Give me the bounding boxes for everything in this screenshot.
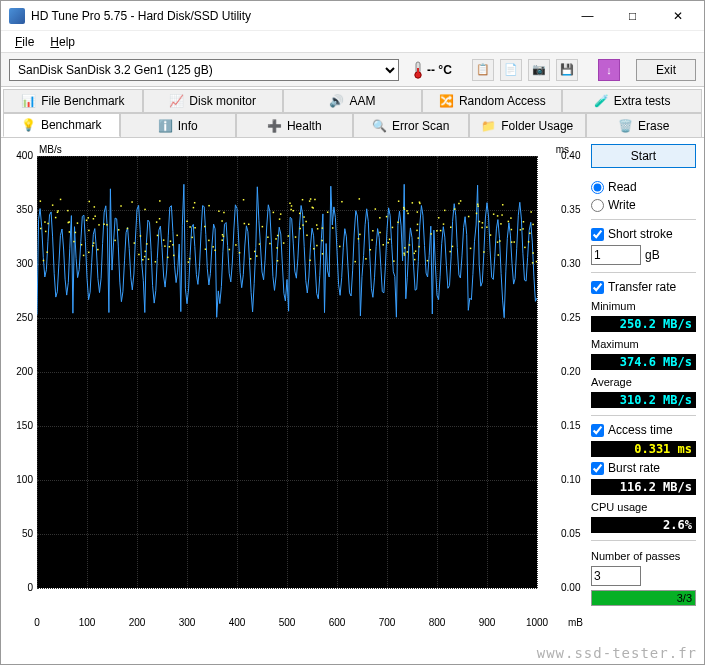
exit-button[interactable]: Exit [636,59,696,81]
tab-error-scan[interactable]: 🔍Error Scan [353,113,470,137]
passes-input[interactable] [591,566,641,586]
tab-file-benchmark[interactable]: 📊File Benchmark [3,89,143,113]
copy-info-button[interactable]: 📋 [472,59,494,81]
svg-rect-54 [490,234,492,236]
svg-rect-18 [302,224,304,226]
svg-rect-69 [244,223,246,225]
average-label: Average [591,376,696,388]
passes-label: Number of passes [591,550,696,562]
copy-screenshot-button[interactable]: 📄 [500,59,522,81]
svg-rect-90 [212,246,214,248]
svg-rect-15 [47,223,49,225]
window-title: HD Tune Pro 5.75 - Hard Disk/SSD Utility [31,9,565,23]
read-radio[interactable]: Read [591,180,696,194]
svg-rect-141 [532,252,534,254]
svg-rect-123 [146,243,148,245]
drive-select[interactable]: SanDisk SanDisk 3.2 Gen1 (125 gB) [9,59,399,81]
menu-file[interactable]: File [7,33,42,51]
start-button[interactable]: Start [591,144,696,168]
svg-rect-53 [142,259,144,261]
svg-rect-193 [269,243,271,245]
svg-rect-58 [40,228,42,230]
chart-area: MB/s ms mB 01002003004005006007008009001… [9,144,583,658]
random-access-icon: 🔀 [439,94,453,108]
svg-rect-77 [44,221,46,223]
tab-folder-usage[interactable]: 📁Folder Usage [469,113,586,137]
svg-rect-106 [172,244,174,246]
svg-rect-17 [508,221,510,223]
svg-rect-29 [186,221,188,223]
tab-benchmark[interactable]: 💡Benchmark [3,113,120,137]
svg-rect-200 [365,258,367,260]
short-stroke-value[interactable] [591,245,641,265]
burst-rate-checkbox[interactable]: Burst rate [591,461,696,475]
tab-erase[interactable]: 🗑️Erase [586,113,703,137]
svg-rect-195 [403,253,405,255]
svg-rect-124 [417,211,419,213]
svg-rect-31 [302,199,304,201]
svg-rect-65 [486,226,488,228]
svg-rect-212 [295,236,297,238]
menu-help[interactable]: Help [42,33,83,51]
access-time-checkbox[interactable]: Access time [591,423,696,437]
close-button[interactable]: ✕ [655,2,700,30]
svg-rect-206 [387,242,389,244]
screenshot-button[interactable]: 📷 [528,59,550,81]
svg-rect-169 [214,250,216,252]
options-button[interactable]: ↓ [598,59,620,81]
transfer-rate-checkbox[interactable]: Transfer rate [591,280,696,294]
burst-rate-value: 116.2 MB/s [591,479,696,495]
svg-rect-9 [204,226,206,228]
svg-rect-198 [443,223,445,225]
svg-rect-19 [470,248,472,250]
tab-random-access[interactable]: 🔀Random Access [422,89,562,113]
svg-rect-205 [427,260,429,262]
svg-rect-95 [114,240,116,242]
svg-rect-118 [140,235,142,237]
svg-rect-76 [430,233,432,235]
svg-rect-155 [68,222,70,224]
svg-rect-166 [223,212,225,214]
save-button[interactable]: 💾 [556,59,578,81]
svg-rect-219 [497,215,499,217]
tab-disk-monitor[interactable]: 📈Disk monitor [143,89,283,113]
minimum-value: 250.2 MB/s [591,316,696,332]
svg-rect-57 [92,245,94,247]
tab-extra-tests[interactable]: 🧪Extra tests [562,89,702,113]
y-left-label: MB/s [39,144,62,155]
progress-text: 3/3 [677,591,692,605]
svg-rect-86 [94,206,96,208]
svg-rect-117 [55,217,57,219]
svg-rect-171 [313,248,315,250]
svg-rect-192 [144,209,146,211]
minimize-button[interactable]: ― [565,2,610,30]
tab-info[interactable]: ℹ️Info [120,113,237,137]
tabs: 📊File Benchmark 📈Disk monitor 🔊AAM 🔀Rand… [1,87,704,137]
svg-rect-73 [193,207,195,209]
maximum-label: Maximum [591,338,696,350]
svg-rect-131 [398,200,400,202]
write-radio[interactable]: Write [591,198,696,212]
short-stroke-checkbox[interactable]: Short stroke [591,227,696,241]
svg-rect-161 [243,199,245,201]
thermometer-icon [411,61,425,79]
tab-aam[interactable]: 🔊AAM [283,89,423,113]
x-unit-label: mB [568,617,583,628]
svg-rect-105 [159,200,161,202]
svg-rect-165 [371,239,373,241]
svg-rect-178 [169,246,171,248]
svg-rect-89 [189,226,191,228]
svg-rect-47 [359,198,361,200]
svg-rect-94 [277,235,279,237]
tab-health[interactable]: ➕Health [236,113,353,137]
svg-rect-136 [502,204,504,206]
svg-rect-148 [460,200,462,202]
short-stroke-unit: gB [645,248,660,262]
svg-rect-196 [483,251,485,253]
maximize-button[interactable]: □ [610,2,655,30]
svg-rect-170 [497,241,499,243]
svg-rect-10 [273,212,275,214]
cpu-usage-value: 2.6% [591,517,696,533]
svg-rect-132 [501,214,503,216]
temperature-readout: -- °C [411,61,452,79]
